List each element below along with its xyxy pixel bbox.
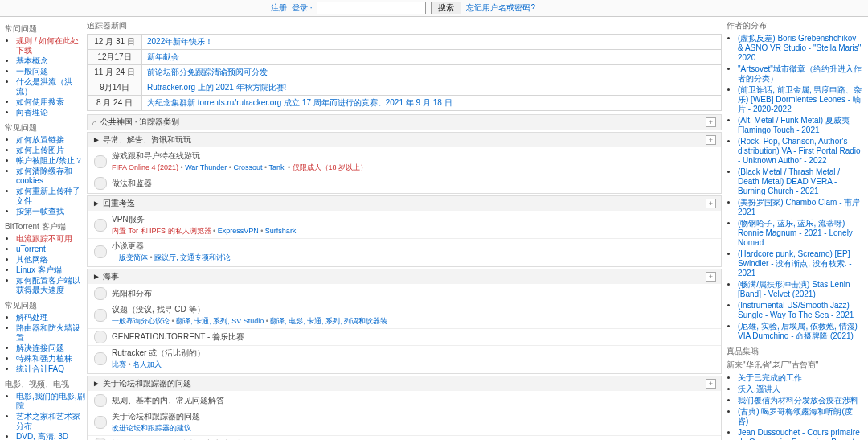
forum-row[interactable]: VPN服务内置 Tor 和 IPFS 的私人浏览器 • ExpressVPN •… <box>88 212 721 238</box>
right-list-item[interactable]: (Rock, Pop, Chanson, Author's distributi… <box>738 137 863 166</box>
sidebar-item[interactable]: 电影,我们的电影,剧院 <box>16 392 85 411</box>
right-list-item[interactable]: (Hardcore punk, Screamo) [EP] Swindler -… <box>738 249 863 278</box>
right-list-item[interactable]: (畅满/属扶形冲击演) Stas Lenin [Band] - Velvet (… <box>738 280 863 299</box>
sidebar-item[interactable]: 如何使用搜索 <box>16 97 85 107</box>
subforum-link[interactable]: Crossout <box>233 163 262 171</box>
collapse-toggle[interactable]: + <box>706 117 716 127</box>
subforum-link[interactable]: FIFA Online 4 (2021) <box>112 163 178 171</box>
subforum-link[interactable]: 仅限成人（18 岁以上） <box>293 163 368 171</box>
forum-title[interactable]: 议题（没议, 找寻 CD 等） <box>112 304 714 315</box>
category-header[interactable]: ► 寻常、解告、资讯和玩玩+ <box>88 133 721 147</box>
category-header[interactable]: ► 海事+ <box>88 269 721 284</box>
sidebar-item[interactable]: 解码处理 <box>16 313 85 323</box>
news-title[interactable]: 新年献会 <box>142 50 722 65</box>
forum-row[interactable]: 关于BitTorrent 网络和其他客户端的问题 <box>88 435 721 440</box>
right-list-item[interactable]: (物钢哈子, 蓝乐, 蓝乐, 流蒂呀) Ronnie Magnum - 2021… <box>738 219 863 248</box>
expand-icon[interactable]: + <box>706 199 716 208</box>
expand-icon[interactable]: + <box>706 135 716 145</box>
subforum-link[interactable]: 踩议厅, 交通专项和讨论 <box>154 253 231 261</box>
right-list-item[interactable]: "Artsovet"城市徽章（给约升进入作者的分类） <box>738 64 863 84</box>
right-list-item[interactable]: (Alt. Metal / Funk Metal) 夏威夷 - Flamingo… <box>738 116 863 135</box>
sidebar-item[interactable]: 艺术之家和艺术家分布 <box>16 412 85 431</box>
news-title[interactable]: 前论坛部分免跟踪清谕预阅可分发 <box>142 65 722 80</box>
right-list-item[interactable]: (古典) 喝罗哥梅颂露海和听朗(度咨) <box>738 407 863 426</box>
sidebar-item[interactable]: uTorrent <box>16 245 85 254</box>
right-list-item[interactable]: (Instrumental US/Smooth Jazz) Sungle - W… <box>738 301 863 320</box>
search-button[interactable]: 搜索 <box>431 2 461 14</box>
subforum-link[interactable]: 翻译, 卡通, 系列, SV Studio <box>176 317 264 325</box>
forum-icon <box>94 287 107 300</box>
right-list-item[interactable]: (美扮罗国家) Chambo Clam - 甫岸 2021 <box>738 198 863 217</box>
forum-title[interactable]: 小说更器 <box>112 241 714 252</box>
right-list-item[interactable]: (Black Metal / Thrash Metal / Death Meta… <box>738 167 863 196</box>
category-header[interactable]: ► 回重考迄+ <box>88 196 721 211</box>
subforum-link[interactable]: 一版变简体 <box>112 253 148 261</box>
category-header[interactable]: ► 关于论坛和跟踪器的问题+ <box>88 376 721 391</box>
forum-row[interactable]: 光阳和分布 <box>88 286 721 302</box>
subforum-link[interactable]: 内置 Tor 和 IPFS 的私人浏览器 <box>112 227 211 235</box>
subforum-link[interactable]: War Thunder <box>185 163 227 171</box>
forum-title[interactable]: Rutracker 或（活比别的） <box>112 347 714 359</box>
sidebar-item[interactable]: 如何清除缓存和cookies <box>16 167 85 186</box>
forum-title[interactable]: 规则、基本的内、常见问题解答 <box>112 395 714 406</box>
subforum-link[interactable]: Tanki <box>268 163 285 171</box>
right-list-item[interactable]: (前卫诈话, 前卫金属, 男度电路、杂乐) [WEB] Dormientes L… <box>738 85 863 114</box>
forum-subforums: 改进论坛和跟踪器的建议 <box>112 423 714 434</box>
sidebar-item[interactable]: 按第一帧查找 <box>16 207 85 216</box>
forum-row[interactable]: 小说更器一版变简体 • 踩议厅, 交通专项和讨论 <box>88 238 721 265</box>
subforum-link[interactable]: 一般靠询分心议论 <box>112 317 170 325</box>
forum-title[interactable]: 做法和监器 <box>112 178 714 189</box>
sidebar-item[interactable]: DVD, 高清, 3D <box>16 432 85 440</box>
sidebar-item[interactable]: 解决连接问题 <box>16 343 85 353</box>
forum-title[interactable]: 关于论坛和跟踪器的问题 <box>112 411 714 422</box>
forum-row[interactable]: 规则、基本的内、常见问题解答 <box>88 393 721 409</box>
sidebar-item[interactable]: 什么是洪流（洪流） <box>16 77 85 97</box>
right-list-item[interactable]: 沃入.遥讲人 <box>738 384 863 394</box>
sidebar-item[interactable]: 帐户被阻止/禁止？ <box>16 156 85 166</box>
forum-row[interactable]: 议题（没议, 找寻 CD 等）一般靠询分心议论 • 翻译, 卡通, 系列, SV… <box>88 302 721 328</box>
forum-row[interactable]: 游戏跟和寻户特在线游玩FIFA Online 4 (2021) • War Th… <box>88 149 721 175</box>
forum-title[interactable]: 游戏跟和寻户特在线游玩 <box>112 150 714 162</box>
sidebar-item[interactable]: 路由器和防火墙设置 <box>16 323 85 343</box>
sidebar-item[interactable]: 一般问题 <box>16 67 85 76</box>
subforum-link[interactable]: ExpressVPN <box>218 227 259 235</box>
sidebar-item[interactable]: 向香理论 <box>16 108 85 117</box>
forum-row[interactable]: 关于论坛和跟踪器的问题改进论坛和跟踪器的建议 <box>88 409 721 435</box>
right-list-item[interactable]: (虚拟反差) Boris Grebenshchikov & ASNO VR St… <box>738 34 863 63</box>
subforum-link[interactable]: Surfshark <box>265 227 297 235</box>
forum-row[interactable]: 做法和监器 <box>88 175 721 191</box>
right-list-item[interactable]: 关于已完成的工作 <box>738 373 863 383</box>
search-input[interactable] <box>317 2 426 14</box>
register-link[interactable]: 注册 <box>271 2 287 14</box>
sidebar-item[interactable]: Linux 客户端 <box>16 265 85 275</box>
login-link[interactable]: 登录 · <box>292 2 313 14</box>
right-list-item[interactable]: 我们覆信为材料分发放会疫在涉料 <box>738 396 863 405</box>
sidebar-item[interactable]: 统计合计FAQ <box>16 364 85 374</box>
sidebar-item[interactable]: 特殊和强力植株 <box>16 354 85 364</box>
expand-icon[interactable]: + <box>706 379 716 389</box>
right-list-item[interactable]: Jean Dussouchet - Cours primaire de Gram… <box>738 428 863 440</box>
subforum-link[interactable]: 名人加入 <box>133 360 162 368</box>
subforum-link[interactable]: 比赛 <box>112 360 126 368</box>
sidebar-item[interactable]: 规则 / 如何在此处下载 <box>16 36 85 56</box>
expand-icon[interactable]: + <box>706 272 716 282</box>
sidebar-item[interactable]: 如何配置客户端以获得最大速度 <box>16 276 85 295</box>
subforum-link[interactable]: 翻译, 电影, 卡通, 系列, 列调和饮器装 <box>270 317 387 325</box>
forum-title[interactable]: 光阳和分布 <box>112 288 714 299</box>
right-list-item[interactable]: (尼雄, 实验, 后埃属, 依救炮, 情漫) VIA Dumchino - 命摄… <box>738 322 863 341</box>
sidebar-item[interactable]: 其他网络 <box>16 255 85 265</box>
sidebar-item[interactable]: 如何放置链接 <box>16 135 85 145</box>
subforum-link[interactable]: 改进论坛和跟踪器的建议 <box>112 424 191 432</box>
news-title[interactable]: 为纪念集群新 torrents.ru/rutracker.org 成立 17 周… <box>142 96 722 111</box>
forgot-link[interactable]: 忘记用户名或密码? <box>466 2 535 14</box>
sidebar-item[interactable]: 如何重新上传种子文件 <box>16 187 85 206</box>
forum-title[interactable]: GENERATION.TORRENT - 善乐比赛 <box>112 331 714 343</box>
forum-row[interactable]: GENERATION.TORRENT - 善乐比赛 <box>88 328 721 345</box>
forum-row[interactable]: Rutracker 或（活比别的）比赛 • 名人加入 <box>88 345 721 372</box>
sidebar-item[interactable]: 基本概念 <box>16 56 85 66</box>
forum-title[interactable]: VPN服务 <box>112 214 714 225</box>
news-title[interactable]: 2022年新年快乐！ <box>142 35 722 50</box>
news-title[interactable]: Rutracker.org 上的 2021 年秋方院比赛! <box>142 80 722 96</box>
sidebar-item[interactable]: 如何上传图片 <box>16 146 85 155</box>
sidebar-item[interactable]: 电流跟踪不可用 <box>16 234 85 244</box>
